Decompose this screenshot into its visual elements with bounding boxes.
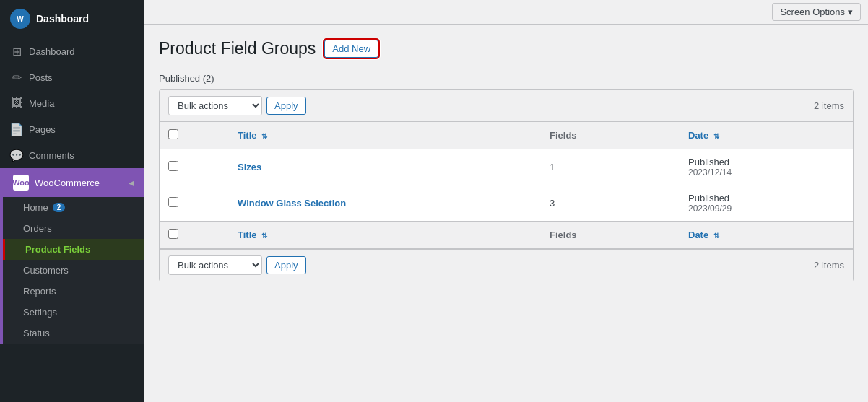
date-bottom-sort-icon[interactable]: ⇅: [713, 232, 719, 240]
th-title-label: Title: [238, 130, 257, 141]
tf-fields-label: Fields: [550, 230, 577, 240]
sidebar-media-label: Media: [29, 98, 134, 109]
pages-icon: 📄: [10, 123, 23, 136]
sidebar-item-media[interactable]: 🖼 Media: [0, 90, 144, 116]
top-bar: Screen Options ▾: [144, 0, 868, 25]
tf-fields: Fields: [541, 222, 680, 249]
title-bottom-sort-icon[interactable]: ⇅: [261, 232, 267, 240]
row1-check-cell: [160, 149, 229, 185]
top-bulk-actions-select[interactable]: Bulk actions: [168, 96, 262, 115]
page-header: Product Field Groups Add New: [159, 39, 854, 58]
sidebar-comments-label: Comments: [29, 150, 134, 161]
bottom-items-count: 2 items: [814, 260, 844, 271]
posts-icon: ✏: [10, 71, 23, 84]
sidebar-item-home[interactable]: Home 2: [3, 197, 144, 218]
sidebar-item-reports[interactable]: Reports: [3, 281, 144, 302]
woocommerce-menu-item[interactable]: Woo WooCommerce ◀: [3, 168, 144, 197]
bottom-bulk-controls: Bulk actions Apply: [168, 255, 306, 275]
row1-date-value: 2023/12/14: [688, 167, 844, 178]
tf-title-label: Title: [238, 230, 257, 240]
select-all-bottom-checkbox[interactable]: [168, 229, 178, 239]
dashboard-icon: ⊞: [10, 45, 23, 58]
sidebar-item-customers[interactable]: Customers: [3, 260, 144, 281]
th-date-label: Date: [688, 130, 708, 141]
sidebar-item-pages[interactable]: 📄 Pages: [0, 116, 144, 142]
sidebar-item-dashboard[interactable]: ⊞ Dashboard: [0, 38, 144, 64]
row2-title-link[interactable]: Window Glass Selection: [238, 198, 346, 209]
tf-title[interactable]: Title ⇅: [229, 222, 541, 249]
reports-sub-label: Reports: [23, 286, 56, 297]
row2-fields-cell: 3: [541, 185, 680, 222]
sidebar-dashboard-label: Dashboard: [29, 46, 134, 57]
published-section-label: Published (2): [159, 73, 854, 84]
sidebar-item-status[interactable]: Status: [3, 323, 144, 344]
row2-date-status: Published: [688, 193, 844, 204]
table-footer-row: Title ⇅ Fields Date ⇅: [160, 222, 853, 249]
home-badge: 2: [53, 203, 66, 212]
page-title: Product Field Groups: [159, 39, 316, 58]
row1-checkbox[interactable]: [168, 161, 178, 171]
table-section: Bulk actions Apply 2 items Title ⇅: [159, 89, 854, 281]
th-date[interactable]: Date ⇅: [680, 122, 853, 149]
th-title[interactable]: Title ⇅: [229, 122, 541, 149]
woo-logo-icon: Woo: [13, 175, 29, 191]
sidebar-posts-label: Posts: [29, 72, 134, 83]
top-apply-button[interactable]: Apply: [266, 97, 306, 115]
title-sort-icon[interactable]: ⇅: [261, 132, 267, 140]
woocommerce-section: Woo WooCommerce ◀ Home 2 Orders Product …: [0, 168, 144, 344]
sidebar-item-comments[interactable]: 💬 Comments: [0, 142, 144, 168]
row1-title-link[interactable]: Sizes: [238, 162, 261, 172]
bottom-bulk-actions-select[interactable]: Bulk actions: [168, 255, 262, 275]
status-sub-label: Status: [23, 328, 50, 338]
screen-options-label: Screen Options: [780, 6, 845, 17]
sidebar-item-settings[interactable]: Settings: [3, 302, 144, 323]
row1-fields-cell: 1: [541, 149, 680, 185]
screen-options-button[interactable]: Screen Options ▾: [772, 3, 861, 21]
row2-checkbox[interactable]: [168, 197, 178, 207]
sidebar-logo-label: Dashboard: [36, 13, 89, 25]
row1-date-status: Published: [688, 157, 844, 167]
woo-label: WooCommerce: [35, 178, 123, 188]
comments-icon: 💬: [10, 149, 23, 162]
bottom-apply-button[interactable]: Apply: [266, 256, 306, 274]
customers-sub-label: Customers: [23, 265, 69, 276]
product-fields-sub-label: Product Fields: [25, 244, 90, 255]
table-row: Window Glass Selection 3 Published 2023/…: [160, 185, 853, 222]
bottom-bulk-bar: Bulk actions Apply 2 items: [160, 249, 853, 281]
add-new-button[interactable]: Add New: [324, 40, 378, 58]
sidebar-item-product-fields[interactable]: Product Fields: [3, 239, 144, 260]
home-sub-label: Home: [23, 202, 48, 213]
tf-date[interactable]: Date ⇅: [680, 222, 853, 249]
sidebar-pages-label: Pages: [29, 124, 134, 135]
product-field-groups-table: Title ⇅ Fields Date ⇅: [160, 122, 853, 249]
main-content: Screen Options ▾ Product Field Groups Ad…: [144, 0, 868, 402]
row2-check-cell: [160, 185, 229, 222]
content-area: Product Field Groups Add New Published (…: [144, 25, 868, 402]
sidebar: W Dashboard ⊞ Dashboard ✏ Posts 🖼 Media …: [0, 0, 144, 402]
tf-date-label: Date: [688, 230, 708, 240]
tf-checkbox: [160, 222, 229, 249]
row1-title-cell: Sizes: [229, 149, 541, 185]
row2-title-cell: Window Glass Selection: [229, 185, 541, 222]
table-row: Sizes 1 Published 2023/12/14: [160, 149, 853, 185]
top-bulk-controls: Bulk actions Apply: [168, 96, 306, 115]
settings-sub-label: Settings: [23, 307, 57, 318]
published-text: Published: [159, 73, 200, 84]
th-fields: Fields: [541, 122, 680, 149]
screen-options-arrow-icon: ▾: [848, 6, 853, 17]
table-header-row: Title ⇅ Fields Date ⇅: [160, 122, 853, 149]
sidebar-item-orders[interactable]: Orders: [3, 218, 144, 239]
wp-logo-icon: W: [10, 9, 30, 29]
th-checkbox: [160, 122, 229, 149]
select-all-checkbox[interactable]: [168, 129, 178, 139]
row1-date-cell: Published 2023/12/14: [680, 149, 853, 185]
sidebar-item-posts[interactable]: ✏ Posts: [0, 64, 144, 90]
published-count: (2): [203, 73, 214, 84]
date-sort-icon[interactable]: ⇅: [713, 132, 719, 140]
row2-date-value: 2023/09/29: [688, 204, 844, 214]
sidebar-logo[interactable]: W Dashboard: [0, 0, 144, 38]
top-bulk-bar: Bulk actions Apply 2 items: [160, 90, 853, 122]
woo-arrow-icon: ◀: [129, 179, 134, 187]
media-icon: 🖼: [10, 97, 23, 110]
row2-date-cell: Published 2023/09/29: [680, 185, 853, 222]
